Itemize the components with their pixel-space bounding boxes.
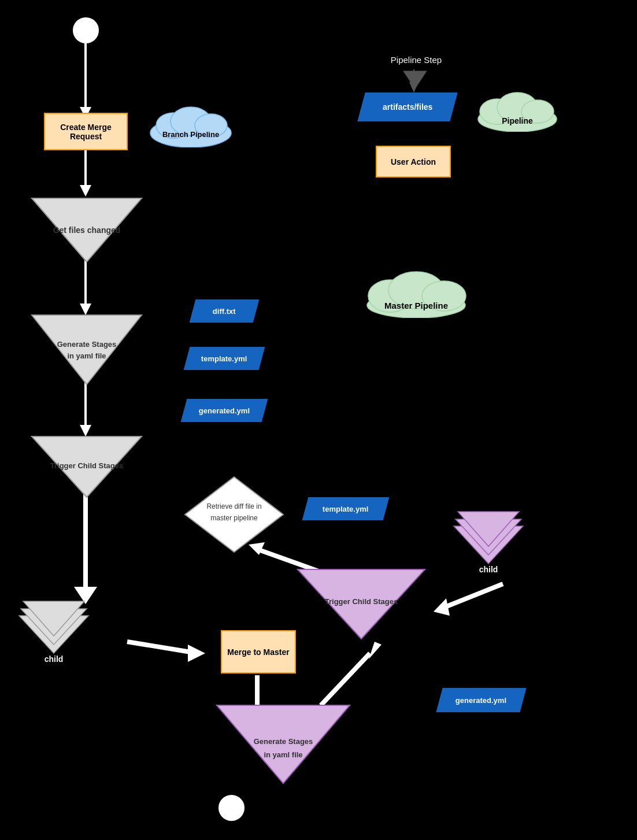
svg-marker-3 [80,185,91,197]
merge-to-master-box: Merge to Master [221,630,296,674]
svg-text:Master Pipeline: Master Pipeline [384,301,448,310]
generate-stages-triangle: Generate Stages in yaml file [29,312,145,387]
end-circle [218,795,245,821]
user-action-box: User Action [376,146,451,177]
svg-marker-11 [188,645,205,662]
create-merge-request-box: Create Merge Request [44,113,128,150]
svg-marker-21 [434,598,450,616]
generated-yml-2-shape: generated.yml [436,688,526,712]
template-yml-2-shape: template.yml [302,497,390,520]
diff-txt-shape: diff.txt [190,299,260,323]
pipeline-step-arrow [401,68,429,88]
get-files-changed-triangle: Get files changed [29,195,145,265]
svg-text:Retrieve diff file in: Retrieve diff file in [206,502,261,510]
svg-text:in yaml file: in yaml file [264,750,302,759]
pipeline-cloud: Pipeline [471,86,564,132]
svg-marker-40 [32,315,142,384]
svg-text:master pipeline: master pipeline [210,514,258,522]
svg-text:in yaml file: in yaml file [67,351,106,360]
svg-marker-17 [369,642,382,659]
svg-text:Trigger Child Stages: Trigger Child Stages [50,461,123,470]
start-circle [73,17,99,43]
trigger-child-stages-1-triangle: Trigger Child Stages [29,434,145,500]
master-pipeline-cloud: Master Pipeline [358,266,474,318]
diagram: Create Merge Request Branch Pipeline Pip… [0,0,637,840]
svg-line-16 [321,653,370,705]
generate-stages-2-triangle: Generate Stages in yaml file [214,702,353,786]
svg-text:child: child [479,565,498,572]
svg-text:Generate Stages: Generate Stages [254,737,313,746]
svg-text:Get files changed: Get files changed [53,225,121,235]
artifacts-files-shape: artifacts/files [357,92,457,121]
svg-line-20 [445,584,503,607]
generated-yml-1-shape: generated.yml [181,399,268,422]
svg-marker-27 [403,71,427,88]
svg-text:Pipeline: Pipeline [502,116,533,125]
branch-pipeline-cloud: Branch Pipeline [145,101,237,145]
svg-line-10 [127,642,191,652]
svg-text:Generate Stages: Generate Stages [57,340,117,349]
template-yml-1-shape: template.yml [184,347,265,370]
svg-text:Branch Pipeline: Branch Pipeline [162,130,219,139]
child-stacked-left: child [16,569,91,664]
svg-text:Trigger Child Stages: Trigger Child Stages [325,597,398,606]
pipeline-step-label: Pipeline Step [370,51,462,68]
retrieve-diff-diamond: Retrieve diff file in master pipeline [182,474,286,555]
child-stacked-right: child [451,480,526,575]
svg-text:child: child [45,654,64,662]
trigger-child-stages-2-triangle: Trigger Child Stages [295,567,428,642]
